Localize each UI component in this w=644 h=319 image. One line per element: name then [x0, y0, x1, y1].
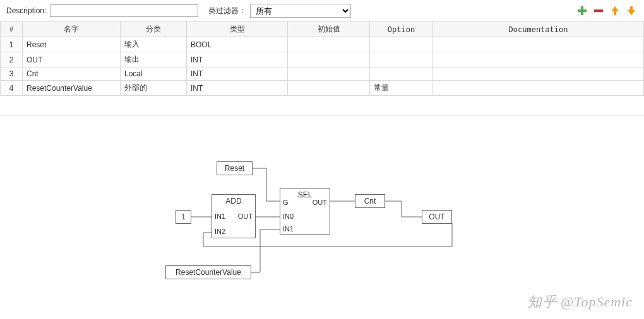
row-type[interactable]: INT	[187, 67, 288, 81]
add-icon[interactable]	[576, 4, 588, 17]
class-filter-select[interactable]: 所有	[250, 4, 351, 18]
add-in1-port: IN1	[212, 212, 228, 220]
row-doc[interactable]	[433, 81, 644, 96]
sel-in1-port: IN1	[280, 225, 296, 233]
description-label: Description:	[6, 6, 46, 15]
row-doc[interactable]	[433, 67, 644, 81]
col-header-option[interactable]: Option	[370, 22, 433, 37]
row-option[interactable]	[370, 52, 433, 67]
sel-in0-port: IN0	[280, 212, 296, 220]
row-category[interactable]: 输入	[121, 37, 187, 52]
row-name[interactable]: ResetCounterValue	[23, 81, 121, 96]
col-header-initial[interactable]: 初始值	[288, 22, 370, 37]
row-num: 3	[1, 67, 23, 81]
resetcountervalue-variable[interactable]: ResetCounterValue	[165, 265, 251, 279]
row-category[interactable]: Local	[121, 67, 187, 81]
table-row[interactable]: 2OUT输出INT	[1, 52, 644, 67]
description-input[interactable]	[50, 4, 198, 17]
add-out-port: OUT	[236, 212, 255, 220]
row-name[interactable]: Reset	[23, 37, 121, 52]
toolbar: Description: 类过滤器： 所有	[0, 0, 644, 21]
row-initial[interactable]	[288, 52, 370, 67]
variables-table: # 名字 分类 类型 初始值 Option Documentation 1Res…	[0, 21, 644, 96]
row-doc[interactable]	[433, 37, 644, 52]
constant-one[interactable]: 1	[176, 210, 191, 224]
row-num: 2	[1, 52, 23, 67]
sel-g-port: G	[280, 199, 291, 206]
col-header-category[interactable]: 分类	[121, 22, 187, 37]
row-initial[interactable]	[288, 37, 370, 52]
row-initial[interactable]	[288, 81, 370, 96]
row-initial[interactable]	[288, 67, 370, 81]
watermark: 知乎 @TopSemic	[528, 293, 633, 311]
svg-marker-4	[628, 6, 635, 15]
col-header-doc[interactable]: Documentation	[433, 22, 644, 37]
col-header-name[interactable]: 名字	[23, 22, 121, 37]
row-type[interactable]: INT	[187, 81, 288, 96]
row-option[interactable]: 常量	[370, 81, 433, 96]
function-block-diagram[interactable]: 1 Reset ADD IN1 IN2 OUT SEL G IN0 IN1 OU…	[0, 128, 644, 304]
section-divider	[0, 115, 644, 115]
out-variable[interactable]: OUT	[422, 210, 452, 224]
add-block[interactable]: ADD IN1 IN2 OUT	[212, 194, 256, 238]
svg-marker-3	[611, 6, 619, 15]
reset-variable[interactable]: Reset	[217, 161, 253, 175]
add-in2-port: IN2	[212, 228, 228, 235]
svg-rect-1	[578, 9, 587, 12]
arrow-up-icon[interactable]	[609, 4, 621, 17]
col-header-num[interactable]: #	[1, 22, 23, 37]
svg-rect-2	[594, 9, 603, 12]
row-category[interactable]: 输出	[121, 52, 187, 67]
row-type[interactable]: BOOL	[187, 37, 288, 52]
remove-icon[interactable]	[592, 4, 605, 17]
add-block-title: ADD	[212, 195, 255, 207]
col-header-type[interactable]: 类型	[187, 22, 288, 37]
row-option[interactable]	[370, 37, 433, 52]
sel-block[interactable]: SEL G IN0 IN1 OUT	[280, 188, 330, 235]
table-row[interactable]: 4ResetCounterValue外部的INT常量	[1, 81, 644, 96]
table-header-row: # 名字 分类 类型 初始值 Option Documentation	[1, 22, 644, 37]
row-option[interactable]	[370, 67, 433, 81]
row-type[interactable]: INT	[187, 52, 288, 67]
cnt-variable[interactable]: Cnt	[355, 194, 385, 208]
row-doc[interactable]	[433, 52, 644, 67]
row-name[interactable]: OUT	[23, 52, 121, 67]
row-name[interactable]: Cnt	[23, 67, 121, 81]
row-num: 1	[1, 37, 23, 52]
table-row[interactable]: 3CntLocalINT	[1, 67, 644, 81]
filter-label: 类过滤器：	[208, 6, 246, 16]
arrow-down-icon[interactable]	[625, 4, 638, 17]
row-category[interactable]: 外部的	[121, 81, 187, 96]
sel-out-port: OUT	[310, 199, 330, 206]
row-num: 4	[1, 81, 23, 96]
table-row[interactable]: 1Reset输入BOOL	[1, 37, 644, 52]
